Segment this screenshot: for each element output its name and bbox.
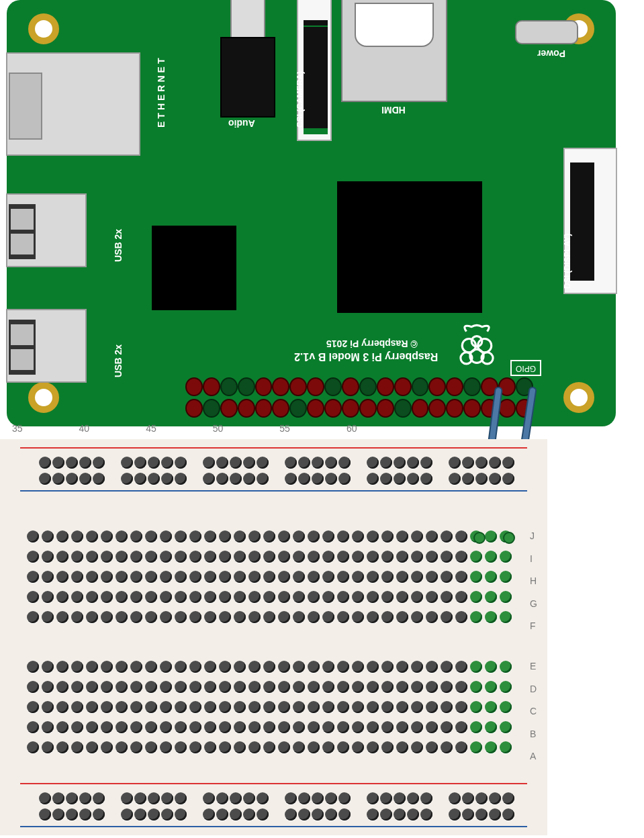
- tie-point: [86, 721, 98, 733]
- rail-hole: [449, 457, 461, 469]
- copyright-text: © Raspberry Pi 2015: [326, 338, 418, 349]
- tie-point: [101, 721, 113, 733]
- rail-hole: [420, 457, 432, 469]
- tie-point: [204, 661, 216, 673]
- tie-point: [175, 591, 187, 603]
- tie-point: [396, 741, 408, 753]
- row-letter: I: [530, 553, 542, 564]
- gpio-pin: [359, 399, 377, 418]
- tie-point: [189, 701, 201, 713]
- rail-hole: [449, 808, 461, 821]
- row-letter: G: [530, 598, 542, 609]
- gpio-pin: [289, 377, 307, 396]
- tie-point: [86, 530, 98, 543]
- tie-point: [381, 571, 394, 583]
- rail-hole: [380, 473, 392, 485]
- tie-point: [441, 611, 453, 623]
- gpio-pin: [377, 377, 394, 396]
- tie-point: [42, 591, 54, 603]
- raspberry-pi-logo-icon: [450, 324, 504, 371]
- tie-point: [56, 741, 68, 753]
- tie-point: [56, 661, 68, 673]
- rail-hole: [312, 808, 324, 821]
- tie-point: [367, 571, 379, 583]
- tie-point: [234, 661, 246, 673]
- tie-point: [426, 701, 438, 713]
- tie-point: [42, 721, 54, 733]
- rail-hole: [216, 457, 228, 469]
- tie-point: [189, 530, 201, 543]
- tie-point: [263, 591, 275, 603]
- tie-point: [189, 571, 201, 583]
- tie-point: [145, 681, 157, 693]
- tie-point: [145, 661, 157, 673]
- rail-hole: [66, 457, 78, 469]
- rail-hole: [243, 457, 255, 469]
- tie-point: [308, 571, 320, 583]
- rail-hole: [203, 473, 215, 485]
- tie-point: [352, 571, 364, 583]
- tie-point: [500, 571, 512, 583]
- tie-point: [426, 721, 438, 733]
- tie-point: [337, 721, 349, 733]
- rail-hole: [489, 792, 501, 804]
- rail-hole: [216, 792, 228, 804]
- tie-point: [204, 611, 216, 623]
- rail-hole: [394, 808, 406, 821]
- rail-hole: [285, 473, 297, 485]
- tie-point: [130, 741, 142, 753]
- rail-hole: [203, 808, 215, 821]
- rail-hole: [367, 457, 379, 469]
- tie-point: [426, 741, 438, 753]
- tie-point: [27, 681, 39, 693]
- tie-point: [308, 681, 320, 693]
- rail-hole: [134, 457, 146, 469]
- tie-point: [337, 741, 349, 753]
- tie-point: [322, 741, 334, 753]
- tie-point: [278, 530, 290, 543]
- tie-point: [204, 530, 216, 543]
- tie-point: [263, 551, 275, 563]
- gpio-pin: [307, 377, 324, 396]
- rail-hole: [52, 808, 64, 821]
- tie-point: [263, 661, 275, 673]
- terminal-strip-top: JIHGF: [20, 530, 527, 631]
- gpio-pin: [324, 399, 342, 418]
- soc-chip: [337, 181, 482, 313]
- tie-point: [381, 551, 394, 563]
- rail-hole: [230, 792, 242, 804]
- gpio-pin: [342, 399, 359, 418]
- tie-point: [56, 681, 68, 693]
- gpio-pin: [412, 377, 429, 396]
- tie-point: [101, 681, 113, 693]
- tie-point: [455, 571, 467, 583]
- rail-hole: [39, 457, 51, 469]
- row-letter: F: [530, 620, 542, 631]
- tie-point: [411, 701, 423, 713]
- tie-point: [426, 571, 438, 583]
- rail-hole: [216, 808, 228, 821]
- rail-hole: [394, 792, 406, 804]
- tie-point: [441, 741, 453, 753]
- rail-hole: [148, 792, 160, 804]
- tie-point: [293, 611, 305, 623]
- tie-point: [71, 571, 83, 583]
- tie-point: [278, 571, 290, 583]
- tie-point: [175, 661, 187, 673]
- tie-point: [42, 551, 54, 563]
- gpio-pin: [289, 399, 307, 418]
- tie-point: [367, 741, 379, 753]
- rail-hole: [475, 792, 488, 804]
- tie-point: [367, 721, 379, 733]
- tie-point: [411, 661, 423, 673]
- tie-point: [293, 741, 305, 753]
- tie-point: [381, 741, 394, 753]
- tie-point: [101, 530, 113, 543]
- tie-point: [322, 571, 334, 583]
- rail-hole: [475, 808, 488, 821]
- tie-point: [470, 661, 482, 673]
- row-letter: B: [530, 729, 542, 739]
- tie-point: [500, 741, 512, 753]
- tie-point: [322, 611, 334, 623]
- gpio-pin: [220, 399, 238, 418]
